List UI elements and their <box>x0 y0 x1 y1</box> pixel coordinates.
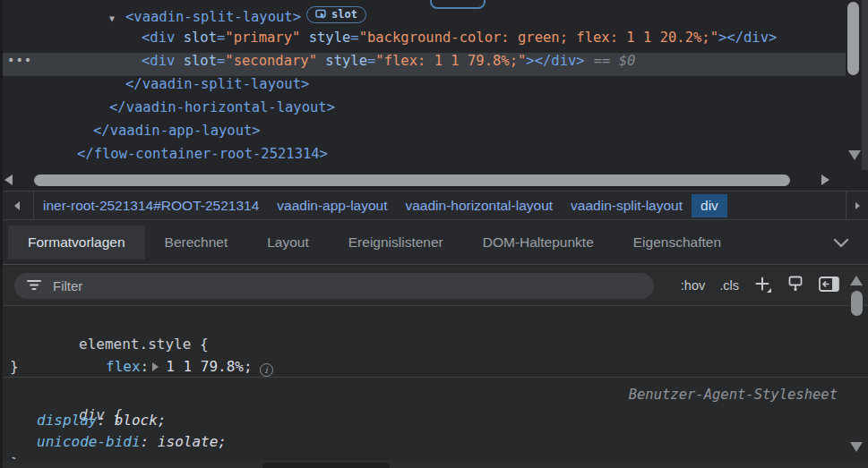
css-property[interactable]: display <box>37 412 97 429</box>
breadcrumb-expand-button[interactable] <box>846 191 868 219</box>
styles-scroll-up-arrow-icon[interactable] <box>850 276 863 285</box>
breadcrumb-item[interactable]: iner-root-2521314#ROOT-2521314 <box>34 194 268 217</box>
filter-input[interactable] <box>51 277 642 294</box>
expand-shorthand-icon[interactable] <box>152 362 159 371</box>
styles-vscrollbar-thumb[interactable] <box>851 291 863 316</box>
css-value[interactable]: 1 1 79.8%; <box>166 358 252 375</box>
tab-dom-haltepunkte[interactable]: DOM-Haltepunkte <box>463 225 614 260</box>
toggle-sidebar-icon[interactable] <box>819 277 839 295</box>
bottom-strip <box>0 460 868 468</box>
dom-tree-row[interactable]: ▼<vaadin-split-layout>slot <box>0 6 846 30</box>
tab-layout[interactable]: Layout <box>247 225 329 260</box>
breadcrumb-back-button[interactable] <box>0 191 34 219</box>
filter-icon <box>26 278 42 294</box>
chevron-down-icon[interactable] <box>832 237 850 248</box>
toggle-element-classes-button[interactable]: .cls <box>719 278 739 293</box>
css-value[interactable]: isolate; <box>158 433 227 450</box>
row-overflow-menu[interactable]: ••• <box>7 53 32 67</box>
elements-panel: ▼<vaadin-split-layout>slot<div slot="pri… <box>0 0 868 170</box>
dom-tree-row[interactable]: </vaadin-app-layout> <box>0 123 846 146</box>
styles-scroll-down-arrow-icon[interactable] <box>850 442 863 452</box>
left-arrow-icon <box>14 201 20 210</box>
expand-arrow-icon[interactable]: ▼ <box>109 13 125 23</box>
panel-tabs: FormatvorlagenBerechnetLayoutEreignislis… <box>0 220 868 265</box>
dom-tree-row[interactable]: <div slot="primary" style="background-co… <box>0 30 846 53</box>
dom-tree-row[interactable]: </vaadin-horizontal-layout> <box>0 99 846 123</box>
reveal-slot-icon <box>315 9 327 20</box>
devtools-window: ▼<vaadin-split-layout>slot<div slot="pri… <box>0 0 868 468</box>
styles-pane: element.style { flex:1 1 79.8%;i } div {… <box>0 306 868 459</box>
scrollbar-gutter <box>862 0 868 170</box>
dom-tree: ▼<vaadin-split-layout>slot<div slot="pri… <box>0 6 846 169</box>
tab-ereignislistener[interactable]: Ereignislistener <box>329 225 463 260</box>
breadcrumb-item[interactable]: div <box>692 194 727 217</box>
dom-tree-row[interactable]: </vaadin-split-layout> <box>0 76 846 99</box>
rule-selector[interactable]: element.style <box>79 336 191 353</box>
scroll-left-arrow-icon[interactable] <box>4 174 13 185</box>
elements-hscrollbar <box>0 170 868 191</box>
tab-strip: FormatvorlagenBerechnetLayoutEreignislis… <box>8 225 741 260</box>
info-icon[interactable]: i <box>260 363 273 377</box>
new-style-rule-button[interactable] <box>753 275 772 297</box>
styles-toolbar: :hov .cls <box>0 266 868 306</box>
toggle-pseudo-state-button[interactable]: :hov <box>681 278 705 293</box>
scroll-right-arrow-icon[interactable] <box>821 174 829 185</box>
element-style-rule: element.style { flex:1 1 79.8%;i } <box>0 306 868 378</box>
breadcrumb: iner-root-2521314#ROOT-2521314vaadin-app… <box>0 191 868 220</box>
styles-filter[interactable] <box>14 273 654 299</box>
tab-eigenschaften[interactable]: Eigenschaften <box>614 225 741 260</box>
css-property[interactable]: flex <box>106 358 141 375</box>
window-left-edge <box>0 0 3 468</box>
declaration-list: display: block;unicode-bidi: isolate; <box>10 410 868 453</box>
dom-tree-row[interactable]: •••<div slot="secondary" style="flex: 1 … <box>0 53 846 76</box>
scroll-down-arrow-icon[interactable] <box>848 150 861 160</box>
css-property[interactable]: unicode-bidi <box>37 433 141 450</box>
elements-hscrollbar-thumb[interactable] <box>34 174 790 186</box>
user-agent-rule: div { Benutzer-Agent-Stylesheet display:… <box>0 378 868 459</box>
dom-tree-row[interactable]: </flow-container-root-2521314> <box>0 146 846 169</box>
css-declaration[interactable]: display: block; <box>10 410 868 431</box>
breadcrumb-item[interactable]: vaadin-app-layout <box>268 194 396 217</box>
css-value[interactable]: block; <box>115 412 167 429</box>
slot-badge[interactable]: slot <box>306 6 366 23</box>
css-declaration[interactable]: unicode-bidi: isolate; <box>10 431 868 453</box>
brush-icon[interactable] <box>786 275 804 296</box>
elements-vscrollbar-thumb[interactable] <box>847 2 859 75</box>
breadcrumb-item[interactable]: vaadin-horizontal-layout <box>397 194 563 217</box>
breadcrumb-list: iner-root-2521314#ROOT-2521314vaadin-app… <box>34 191 727 219</box>
right-arrow-icon <box>855 202 860 209</box>
tab-formatvorlagen[interactable]: Formatvorlagen <box>8 225 145 260</box>
breadcrumb-item[interactable]: vaadin-split-layout <box>562 194 692 217</box>
styles-toolbar-actions: :hov .cls <box>681 266 839 305</box>
tab-berechnet[interactable]: Berechnet <box>145 225 248 260</box>
console-hint: == $0 <box>594 53 636 69</box>
bottom-scrollbar-thumb[interactable] <box>262 463 390 468</box>
stylesheet-origin-label: Benutzer-Agent-Stylesheet <box>629 387 838 403</box>
